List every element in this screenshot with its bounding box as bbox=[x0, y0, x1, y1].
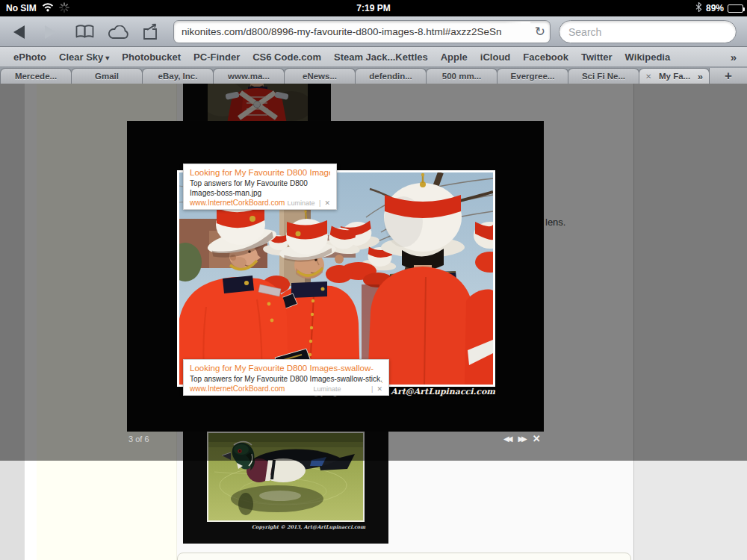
chevron-down-icon: ▾ bbox=[105, 54, 109, 62]
bookmarks-bar: ePhoto Clear Sky▾ Photobucket PC-Finder … bbox=[0, 47, 747, 67]
url-fade bbox=[505, 22, 530, 43]
ad-sponsor-label: Luminate bbox=[287, 199, 314, 207]
bookmarks-overflow-icon[interactable]: » bbox=[731, 51, 737, 63]
bookmark-steam-kettles[interactable]: Steam Jack...Kettles bbox=[334, 52, 428, 63]
page-content: lens. bbox=[0, 84, 747, 560]
ad-title-link[interactable]: Looking for My Favourite D800 Images- bbox=[190, 167, 330, 178]
tab-my-favourite-active[interactable]: ✕ My Fa... » bbox=[639, 68, 710, 84]
reload-icon[interactable]: ↻ bbox=[535, 21, 545, 43]
ad-overlay-bottom: Looking for My Favourite D800 Images-swa… bbox=[183, 359, 389, 396]
bookmark-cs6-code[interactable]: CS6 Code.com bbox=[252, 52, 321, 63]
battery-percent-label: 89% bbox=[706, 3, 724, 13]
tab-close-icon[interactable]: ✕ bbox=[645, 72, 651, 81]
ad-close-icon[interactable]: ✕ bbox=[376, 385, 382, 393]
share-icon[interactable] bbox=[142, 23, 161, 43]
tab-enews[interactable]: eNews... bbox=[284, 68, 356, 84]
lightbox-counter: 3 of 6 bbox=[128, 435, 149, 444]
ad-close-icon[interactable]: ✕ bbox=[324, 199, 330, 207]
active-tab-label: My Fa... bbox=[659, 72, 690, 81]
back-icon[interactable] bbox=[13, 25, 25, 39]
bookmark-icloud[interactable]: iCloud bbox=[480, 52, 510, 63]
bookmark-ephoto[interactable]: ePhoto bbox=[13, 52, 46, 63]
battery-icon bbox=[728, 4, 743, 13]
lightbox-close-icon[interactable]: ✕ bbox=[533, 433, 541, 444]
ad-body-text: Top answers for My Favourite D800 Images… bbox=[190, 178, 330, 198]
tab-gmail[interactable]: Gmail bbox=[71, 68, 143, 84]
bookmark-pc-finder[interactable]: PC-Finder bbox=[193, 52, 240, 63]
bookmarks-icon[interactable] bbox=[75, 24, 95, 43]
url-text: nikonites.com/d800/8996-my-favourite-d80… bbox=[182, 26, 501, 37]
ad-url-link[interactable]: www.InternetCorkBoard.com bbox=[190, 199, 285, 207]
tab-overflow-icon[interactable]: » bbox=[698, 71, 703, 82]
ad-overlay-top: Looking for My Favourite D800 Images- To… bbox=[183, 164, 337, 210]
tab-scifi[interactable]: Sci Fi Ne... bbox=[568, 68, 639, 84]
search-input[interactable] bbox=[559, 20, 737, 43]
previous-image-icon[interactable]: ◀◀ bbox=[503, 435, 512, 443]
tab-evergreen[interactable]: Evergree... bbox=[497, 68, 568, 84]
bookmark-apple[interactable]: Apple bbox=[441, 52, 468, 63]
ipad-safari-screen: No SIM bbox=[0, 0, 747, 560]
ad-title-link[interactable]: Looking for My Favourite D800 Images-swa… bbox=[190, 363, 382, 374]
tab-defending[interactable]: defendin... bbox=[355, 68, 427, 84]
tab-www-ma[interactable]: www.ma... bbox=[213, 68, 285, 84]
bookmark-photobucket[interactable]: Photobucket bbox=[122, 52, 181, 63]
bookmark-twitter[interactable]: Twitter bbox=[581, 52, 613, 63]
ad-body-text: Top answers for My Favourite D800 Images… bbox=[190, 374, 382, 384]
tab-mercedes[interactable]: Mercede... bbox=[0, 68, 72, 84]
bookmark-wikipedia[interactable]: Wikipedia bbox=[625, 52, 671, 63]
icloud-tabs-icon[interactable] bbox=[107, 25, 130, 43]
bookmark-facebook[interactable]: Facebook bbox=[523, 52, 568, 63]
ad-sponsor-label: Luminate bbox=[313, 385, 341, 393]
clock: 7:19 PM bbox=[0, 0, 747, 16]
lightbox: Copyright © 2013, Art@ArtLupinacci.com L… bbox=[127, 121, 544, 432]
tab-bar: Mercede... Gmail eBay, Inc. www.ma... eN… bbox=[0, 67, 747, 84]
address-bar[interactable]: nikonites.com/d800/8996-my-favourite-d80… bbox=[173, 20, 551, 43]
bluetooth-icon bbox=[695, 2, 702, 14]
forward-icon[interactable] bbox=[45, 25, 56, 39]
bookmark-clear-sky[interactable]: Clear Sky▾ bbox=[59, 52, 109, 63]
forum-reply-box bbox=[177, 553, 631, 560]
status-bar: No SIM bbox=[0, 0, 747, 16]
browser-toolbar: nikonites.com/d800/8996-my-favourite-d80… bbox=[0, 16, 747, 47]
tab-500mm[interactable]: 500 mm... bbox=[426, 68, 498, 84]
new-tab-button[interactable]: + bbox=[709, 68, 747, 84]
next-image-icon[interactable]: ▶▶ bbox=[518, 435, 527, 443]
tab-ebay[interactable]: eBay, Inc. bbox=[142, 68, 214, 84]
duck-copyright-label: Copyright © 2013, Art@ArtLupinacci.com bbox=[249, 524, 368, 530]
lightbox-controls: ◀◀ ▶▶ ✕ bbox=[503, 433, 541, 444]
ad-url-link[interactable]: www.InternetCorkBoard.com bbox=[190, 385, 285, 393]
